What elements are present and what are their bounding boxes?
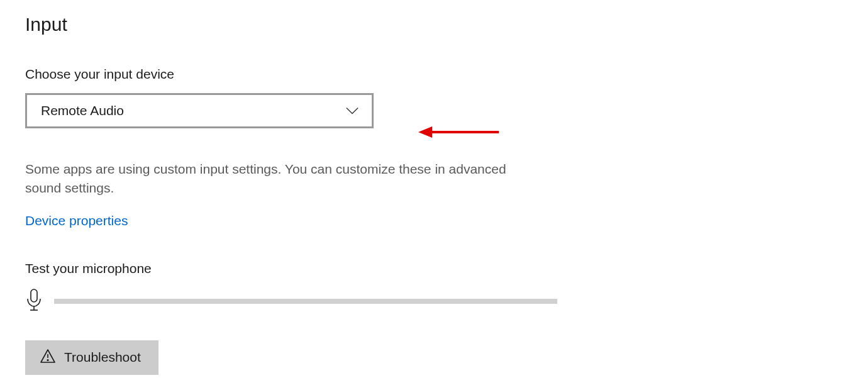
microphone-icon	[25, 289, 43, 314]
input-device-dropdown[interactable]: Remote Audio	[25, 93, 374, 128]
svg-rect-2	[31, 289, 37, 302]
svg-point-7	[47, 360, 48, 361]
troubleshoot-button[interactable]: Troubleshoot	[25, 340, 159, 375]
svg-marker-1	[418, 126, 432, 138]
choose-input-device-label: Choose your input device	[25, 67, 843, 82]
warning-triangle-icon	[40, 349, 55, 366]
annotation-arrow-icon	[418, 125, 500, 142]
troubleshoot-button-label: Troubleshoot	[64, 350, 141, 365]
input-device-dropdown-value: Remote Audio	[41, 103, 124, 118]
microphone-level-bar	[54, 299, 557, 304]
test-microphone-label: Test your microphone	[25, 261, 843, 276]
custom-input-settings-help-text: Some apps are using custom input setting…	[25, 160, 522, 198]
section-title-input: Input	[25, 14, 843, 35]
device-properties-link[interactable]: Device properties	[25, 213, 128, 228]
chevron-down-icon	[345, 106, 359, 115]
